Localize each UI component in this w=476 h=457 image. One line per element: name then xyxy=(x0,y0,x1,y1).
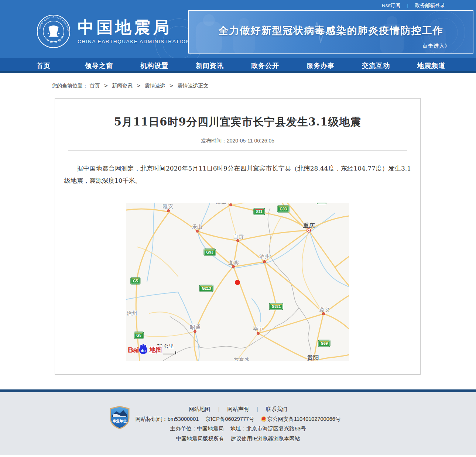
map-city-label: 遵义 xyxy=(319,307,330,313)
site-logo[interactable]: CHINA EARTHQUAKE ADMINISTRATION 中 国 地 震 … xyxy=(36,14,190,49)
road-shield: G213 xyxy=(200,285,213,292)
police-registration-link[interactable]: 京公网安备11040102700066号 xyxy=(267,416,341,422)
nav-item-gov-affairs[interactable]: 政务公开 xyxy=(237,58,293,71)
topbar-separator: ｜ xyxy=(405,3,410,9)
baidu-logo-suffix: 地图 xyxy=(149,345,163,354)
minor-roads xyxy=(137,203,323,361)
site-header: Rss订阅 ｜ 政务邮箱登录 CHINA EARTHQUAKE ADMINIST… xyxy=(0,0,476,58)
road-shield: G321 xyxy=(270,303,283,310)
map-city-label: 宜宾 xyxy=(228,260,239,266)
map-city-label: 眉山 xyxy=(216,203,227,205)
browser-tip: 建议使用IE浏览器浏览本网站 xyxy=(231,436,300,441)
address: 地址：北京市海淀区复兴路63号 xyxy=(230,426,306,432)
gov-mail-login-link[interactable]: 政务邮箱登录 xyxy=(415,2,445,9)
map-city-label: 乐山 xyxy=(192,224,203,230)
footer-links: 网站地图 ｜ 网站声明 ｜ 联系我们 xyxy=(0,404,476,414)
breadcrumb-separator: > xyxy=(137,83,141,89)
breadcrumb-news[interactable]: 新闻资讯 xyxy=(112,83,133,89)
map-city-label: 毕节 xyxy=(253,326,264,332)
road-shield-partial xyxy=(317,203,326,204)
footer-link-separator: ｜ xyxy=(216,406,221,412)
map-city-label: 雅安 xyxy=(162,203,174,210)
cea-seal-icon: CHINA EARTHQUAKE ADMINISTRATION 中 国 地 震 … xyxy=(36,14,71,49)
nav-item-news[interactable]: 新闻资讯 xyxy=(182,58,237,71)
icp-number: 京ICP备06029777号 xyxy=(205,416,254,422)
footer-organizer-line: 主办单位：中国地震局 地址：北京市海淀区复兴路63号 xyxy=(0,424,476,434)
baidu-logo-du: du xyxy=(141,348,145,354)
rss-link[interactable]: Rss订阅 xyxy=(382,2,400,9)
breadcrumb-prefix: 您的当前位置： xyxy=(52,83,88,89)
map-city-label: 自治州 xyxy=(126,310,138,317)
city-dot xyxy=(263,260,266,263)
breadcrumb-separator: > xyxy=(104,83,108,89)
epicenter-marker xyxy=(235,280,240,285)
article-title: 5月11日6时9分四川宜宾市长宁县发生3.1级地震 xyxy=(55,115,420,130)
road-shield: G93 xyxy=(204,249,216,255)
map-city-label: 自贡 xyxy=(233,233,244,240)
publish-time: 发布时间：2020-05-11 06:26:05 xyxy=(55,138,420,144)
site-code: 网站标识码：bm53000001 xyxy=(136,416,199,422)
baidu-maps-logo: Bai du 地图 xyxy=(128,345,163,354)
spacer xyxy=(0,375,476,389)
footer-copyright-line: 中国地震局版权所有 建议使用IE浏览器浏览本网站 xyxy=(0,434,476,444)
shield-badge-icon: 事业单位 xyxy=(109,406,130,429)
map-city-label: 贵阳 xyxy=(307,354,319,361)
site-name-en: CHINA EARTHQUAKE ADMINISTRATION xyxy=(78,39,190,44)
road-shield: S11 xyxy=(254,209,264,215)
breadcrumb-separator: > xyxy=(169,83,174,89)
map-city-label: 昭通 xyxy=(190,324,201,331)
police-badge-icon xyxy=(261,416,266,422)
nav-item-organization[interactable]: 机构设置 xyxy=(127,58,182,71)
road-shield: G5 xyxy=(131,278,140,284)
city-dot xyxy=(229,203,232,206)
nav-item-interaction[interactable]: 交流互动 xyxy=(348,58,404,71)
badge-label: 事业单位 xyxy=(112,419,127,423)
nav-item-earthquake-channel[interactable]: 地震频道 xyxy=(404,58,459,71)
map-city-label: 六盘水 xyxy=(234,357,250,361)
institution-badge[interactable]: 事业单位 xyxy=(109,406,130,431)
footer-link-statement[interactable]: 网站声明 xyxy=(227,406,249,412)
organizer: 主办单位：中国地震局 xyxy=(170,426,224,432)
copyright: 中国地震局版权所有 xyxy=(176,436,224,441)
top-utility-bar: Rss订阅 ｜ 政务邮箱登录 xyxy=(0,0,476,11)
road-shield: G5 xyxy=(134,332,143,339)
site-name: 中国地震局 xyxy=(78,18,190,36)
footer-registration-line: 网站标识码：bm53000001 京ICP备06029777号 京公网安备110… xyxy=(0,414,476,424)
city-dot xyxy=(257,332,260,335)
breadcrumb-home[interactable]: 首页 xyxy=(89,83,100,89)
baidu-paw-icon: du xyxy=(139,346,147,354)
nav-item-leaders[interactable]: 领导之窗 xyxy=(71,58,127,71)
footer-link-sitemap[interactable]: 网站地图 xyxy=(189,406,210,412)
epicenter-map: 雅安 眉山 乐山 自贡 泸州 重庆 宜宾 昭通 毕节 遵义 贵阳 自治州 六盘水… xyxy=(126,203,349,361)
breadcrumb-current-article: 震情速递正文 xyxy=(177,83,208,89)
article-container: 5月11日6时9分四川宜宾市长宁县发生3.1级地震 发布时间：2020-05-1… xyxy=(55,98,421,375)
article-body: 据中国地震台网测定，北京时间2020年5月11日6时9分在四川宜宾市长宁县（北纬… xyxy=(64,162,411,187)
footer: 事业单位 网站地图 ｜ 网站声明 ｜ 联系我们 网站标识码：bm53000001… xyxy=(0,392,476,455)
map-city-label: 重庆 xyxy=(303,222,315,230)
footer-link-contact[interactable]: 联系我们 xyxy=(266,406,287,412)
breadcrumb: 您的当前位置： 首页 > 新闻资讯 > 震情速递 > 震情速递正文 xyxy=(0,73,476,98)
map-city-label: 泸州 xyxy=(259,254,270,260)
nav-item-home[interactable]: 首页 xyxy=(16,58,71,71)
footer-divider-bar xyxy=(0,389,476,392)
title-divider xyxy=(68,150,407,151)
road-shield: G93 xyxy=(278,206,289,212)
covid-notice-banner[interactable]: 全力做好新型冠状病毒感染的肺炎疫情防控工作 点击进入》 xyxy=(188,10,473,54)
seismoscope-glyph xyxy=(48,25,59,37)
main-nav: 首页 领导之窗 机构设置 新闻资讯 政务公开 服务办事 交流互动 地震频道 xyxy=(0,58,476,73)
breadcrumb-quake-express[interactable]: 震情速递 xyxy=(145,83,165,89)
banner-headline: 全力做好新型冠状病毒感染的肺炎疫情防控工作 xyxy=(189,24,473,37)
nav-item-services[interactable]: 服务办事 xyxy=(293,58,348,71)
baidu-logo-text: Bai xyxy=(128,346,139,354)
footer-link-separator: ｜ xyxy=(255,406,260,412)
road-shield: G69 xyxy=(319,340,330,347)
banner-enter-link[interactable]: 点击进入》 xyxy=(422,43,450,49)
